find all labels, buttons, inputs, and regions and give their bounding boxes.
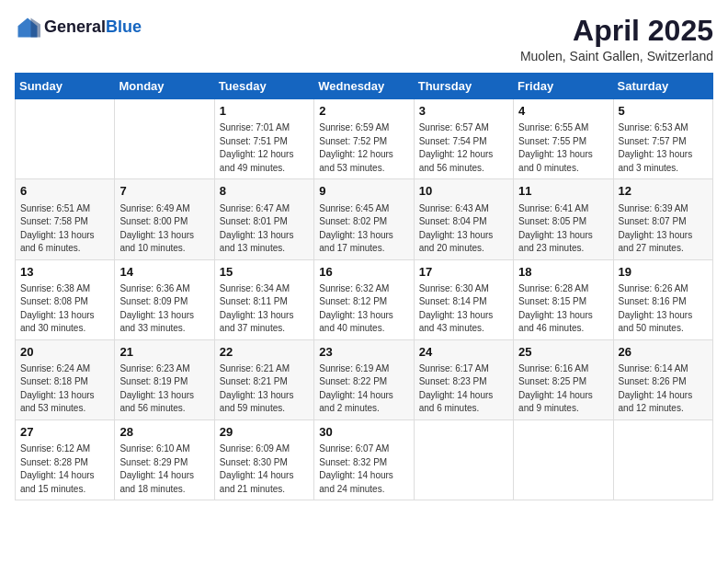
day-number: 17: [419, 264, 508, 281]
day-info: Sunrise: 6:14 AM Sunset: 8:26 PM Dayligh…: [619, 362, 708, 416]
day-info: Sunrise: 6:07 AM Sunset: 8:32 PM Dayligh…: [319, 442, 408, 496]
calendar-cell: 14Sunrise: 6:36 AM Sunset: 8:09 PM Dayli…: [115, 259, 214, 339]
day-info: Sunrise: 6:21 AM Sunset: 8:21 PM Dayligh…: [220, 362, 309, 416]
calendar-cell: [613, 419, 712, 500]
calendar-cell: [115, 99, 214, 179]
calendar-cell: 18Sunrise: 6:28 AM Sunset: 8:15 PM Dayli…: [514, 259, 613, 339]
day-number: 26: [619, 344, 708, 361]
day-number: 27: [20, 424, 109, 441]
day-number: 1: [220, 103, 309, 120]
weekday-header-monday: Monday: [115, 74, 214, 99]
calendar-cell: [414, 419, 513, 500]
day-info: Sunrise: 6:30 AM Sunset: 8:14 PM Dayligh…: [419, 282, 508, 336]
weekday-header-friday: Friday: [514, 74, 613, 99]
day-number: 28: [119, 424, 209, 441]
day-info: Sunrise: 6:24 AM Sunset: 8:18 PM Dayligh…: [20, 362, 109, 416]
day-info: Sunrise: 6:47 AM Sunset: 8:01 PM Dayligh…: [220, 202, 309, 256]
svg-marker-1: [31, 18, 41, 38]
calendar-cell: 19Sunrise: 6:26 AM Sunset: 8:16 PM Dayli…: [613, 259, 712, 339]
day-info: Sunrise: 6:28 AM Sunset: 8:15 PM Dayligh…: [518, 282, 608, 336]
day-info: Sunrise: 6:41 AM Sunset: 8:05 PM Dayligh…: [518, 202, 608, 256]
calendar-cell: 20Sunrise: 6:24 AM Sunset: 8:18 PM Dayli…: [16, 339, 115, 419]
day-info: Sunrise: 6:10 AM Sunset: 8:29 PM Dayligh…: [119, 442, 209, 496]
calendar-week-row: 6Sunrise: 6:51 AM Sunset: 7:58 PM Daylig…: [16, 179, 713, 259]
day-number: 8: [220, 183, 309, 200]
day-info: Sunrise: 6:43 AM Sunset: 8:04 PM Dayligh…: [419, 202, 508, 256]
calendar-cell: 7Sunrise: 6:49 AM Sunset: 8:00 PM Daylig…: [115, 179, 214, 259]
title-block: April 2025 Muolen, Saint Gallen, Switzer…: [520, 15, 713, 63]
calendar-cell: 29Sunrise: 6:09 AM Sunset: 8:30 PM Dayli…: [214, 419, 313, 500]
calendar-week-row: 13Sunrise: 6:38 AM Sunset: 8:08 PM Dayli…: [16, 259, 713, 339]
logo: GeneralBlue: [15, 15, 142, 40]
day-info: Sunrise: 6:38 AM Sunset: 8:08 PM Dayligh…: [20, 282, 109, 336]
day-info: Sunrise: 6:45 AM Sunset: 8:02 PM Dayligh…: [319, 202, 408, 256]
calendar-cell: 21Sunrise: 6:23 AM Sunset: 8:19 PM Dayli…: [115, 339, 214, 419]
weekday-header-wednesday: Wednesday: [314, 74, 414, 99]
day-number: 18: [518, 264, 608, 281]
day-number: 21: [119, 344, 209, 361]
day-info: Sunrise: 6:57 AM Sunset: 7:54 PM Dayligh…: [419, 121, 508, 175]
month-title: April 2025: [520, 15, 713, 47]
day-info: Sunrise: 7:01 AM Sunset: 7:51 PM Dayligh…: [220, 121, 309, 175]
weekday-header-saturday: Saturday: [613, 74, 712, 99]
calendar-cell: 5Sunrise: 6:53 AM Sunset: 7:57 PM Daylig…: [613, 99, 712, 179]
calendar-cell: 9Sunrise: 6:45 AM Sunset: 8:02 PM Daylig…: [314, 179, 414, 259]
day-number: 4: [518, 103, 608, 120]
logo-general: General: [44, 17, 106, 36]
day-number: 9: [319, 183, 408, 200]
day-number: 14: [119, 264, 209, 281]
calendar-week-row: 20Sunrise: 6:24 AM Sunset: 8:18 PM Dayli…: [16, 339, 713, 419]
day-number: 7: [119, 183, 209, 200]
day-number: 23: [319, 344, 408, 361]
day-number: 6: [20, 183, 109, 200]
calendar-cell: 10Sunrise: 6:43 AM Sunset: 8:04 PM Dayli…: [414, 179, 513, 259]
logo-blue: Blue: [106, 17, 142, 36]
calendar-cell: 13Sunrise: 6:38 AM Sunset: 8:08 PM Dayli…: [16, 259, 115, 339]
day-number: 15: [220, 264, 309, 281]
day-number: 30: [319, 424, 408, 441]
day-number: 11: [518, 183, 608, 200]
calendar-week-row: 27Sunrise: 6:12 AM Sunset: 8:28 PM Dayli…: [16, 419, 713, 500]
calendar-cell: 17Sunrise: 6:30 AM Sunset: 8:14 PM Dayli…: [414, 259, 513, 339]
calendar-cell: 4Sunrise: 6:55 AM Sunset: 7:55 PM Daylig…: [514, 99, 613, 179]
day-info: Sunrise: 6:17 AM Sunset: 8:23 PM Dayligh…: [419, 362, 508, 416]
day-info: Sunrise: 6:39 AM Sunset: 8:07 PM Dayligh…: [619, 202, 708, 256]
calendar-week-row: 1Sunrise: 7:01 AM Sunset: 7:51 PM Daylig…: [16, 99, 713, 179]
calendar-cell: 2Sunrise: 6:59 AM Sunset: 7:52 PM Daylig…: [314, 99, 414, 179]
day-number: 2: [319, 103, 408, 120]
day-info: Sunrise: 6:59 AM Sunset: 7:52 PM Dayligh…: [319, 121, 408, 175]
day-number: 10: [419, 183, 508, 200]
day-number: 20: [20, 344, 109, 361]
calendar-cell: 12Sunrise: 6:39 AM Sunset: 8:07 PM Dayli…: [613, 179, 712, 259]
day-info: Sunrise: 6:55 AM Sunset: 7:55 PM Dayligh…: [518, 121, 608, 175]
day-info: Sunrise: 6:09 AM Sunset: 8:30 PM Dayligh…: [220, 442, 309, 496]
day-number: 13: [20, 264, 109, 281]
calendar-cell: 22Sunrise: 6:21 AM Sunset: 8:21 PM Dayli…: [214, 339, 313, 419]
day-number: 16: [319, 264, 408, 281]
weekday-header-tuesday: Tuesday: [214, 74, 313, 99]
day-info: Sunrise: 6:49 AM Sunset: 8:00 PM Dayligh…: [119, 202, 209, 256]
day-number: 19: [619, 264, 708, 281]
day-number: 22: [220, 344, 309, 361]
calendar-cell: 26Sunrise: 6:14 AM Sunset: 8:26 PM Dayli…: [613, 339, 712, 419]
calendar-cell: 28Sunrise: 6:10 AM Sunset: 8:29 PM Dayli…: [115, 419, 214, 500]
calendar-cell: 1Sunrise: 7:01 AM Sunset: 7:51 PM Daylig…: [214, 99, 313, 179]
day-info: Sunrise: 6:51 AM Sunset: 7:58 PM Dayligh…: [20, 202, 109, 256]
weekday-header-row: SundayMondayTuesdayWednesdayThursdayFrid…: [16, 74, 713, 99]
day-info: Sunrise: 6:19 AM Sunset: 8:22 PM Dayligh…: [319, 362, 408, 416]
calendar-cell: 15Sunrise: 6:34 AM Sunset: 8:11 PM Dayli…: [214, 259, 313, 339]
day-number: 25: [518, 344, 608, 361]
day-number: 12: [619, 183, 708, 200]
calendar-cell: 6Sunrise: 6:51 AM Sunset: 7:58 PM Daylig…: [16, 179, 115, 259]
day-number: 24: [419, 344, 508, 361]
day-number: 29: [220, 424, 309, 441]
day-number: 5: [619, 103, 708, 120]
calendar-cell: 27Sunrise: 6:12 AM Sunset: 8:28 PM Dayli…: [16, 419, 115, 500]
location: Muolen, Saint Gallen, Switzerland: [520, 49, 713, 63]
calendar-cell: 30Sunrise: 6:07 AM Sunset: 8:32 PM Dayli…: [314, 419, 414, 500]
calendar-cell: [16, 99, 115, 179]
calendar-cell: 16Sunrise: 6:32 AM Sunset: 8:12 PM Dayli…: [314, 259, 414, 339]
calendar-cell: 23Sunrise: 6:19 AM Sunset: 8:22 PM Dayli…: [314, 339, 414, 419]
day-info: Sunrise: 6:34 AM Sunset: 8:11 PM Dayligh…: [220, 282, 309, 336]
calendar-cell: 11Sunrise: 6:41 AM Sunset: 8:05 PM Dayli…: [514, 179, 613, 259]
